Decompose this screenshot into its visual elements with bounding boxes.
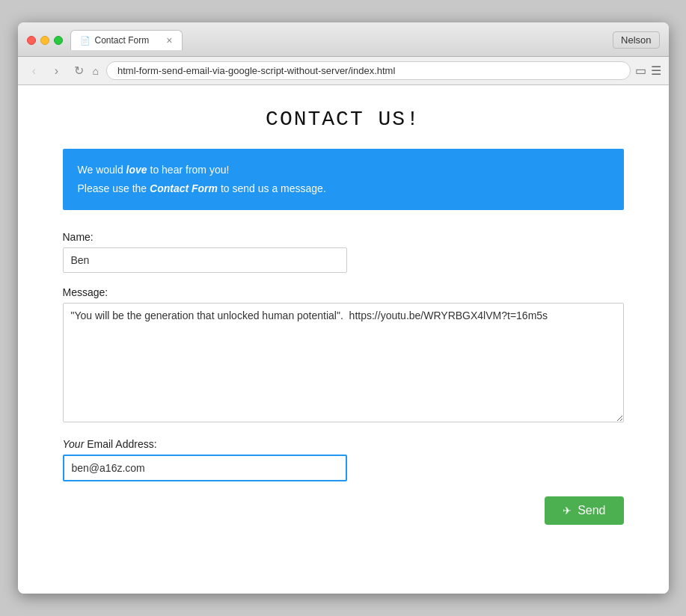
forward-button[interactable]: › bbox=[48, 62, 66, 80]
back-button[interactable]: ‹ bbox=[25, 62, 43, 80]
active-tab[interactable]: 📄 Contact Form × bbox=[70, 30, 183, 50]
banner-line1-suffix: to hear from you! bbox=[147, 164, 230, 176]
send-btn-row: ✈ Send bbox=[63, 496, 624, 525]
address-input[interactable] bbox=[106, 61, 631, 80]
email-group: Your Email Address: bbox=[63, 438, 624, 481]
home-button[interactable]: ⌂ bbox=[93, 65, 99, 77]
send-icon: ✈ bbox=[563, 505, 572, 517]
name-label: Name: bbox=[63, 231, 624, 243]
email-label: Your Email Address: bbox=[63, 438, 624, 450]
minimize-button[interactable] bbox=[40, 36, 49, 45]
banner-line2-strong: Contact Form bbox=[150, 182, 218, 194]
message-label: Message: bbox=[63, 286, 624, 298]
message-group: Message: "You will be the generation tha… bbox=[63, 286, 624, 425]
browser-window: 📄 Contact Form × Nelson ‹ › ↻ ⌂ ▭ ☰ CONT… bbox=[18, 22, 669, 594]
tab-icon: 📄 bbox=[80, 36, 91, 46]
name-input[interactable] bbox=[63, 247, 347, 273]
menu-button[interactable]: ☰ bbox=[651, 64, 661, 78]
page-title: CONTACT US! bbox=[63, 108, 624, 131]
banner-line1-em: love bbox=[126, 164, 147, 176]
name-group: Name: bbox=[63, 231, 624, 273]
email-label-suffix: Email Address: bbox=[84, 438, 156, 450]
reload-button[interactable]: ↻ bbox=[70, 62, 88, 80]
title-bar: 📄 Contact Form × Nelson bbox=[18, 22, 669, 57]
address-bar-row: ‹ › ↻ ⌂ ▭ ☰ bbox=[18, 57, 669, 85]
send-button[interactable]: ✈ Send bbox=[545, 496, 623, 525]
banner-line2: Please use the Contact Form to send us a… bbox=[78, 179, 609, 198]
tabs-area: 📄 Contact Form × bbox=[70, 30, 613, 50]
email-input[interactable] bbox=[63, 455, 347, 481]
info-banner: We would love to hear from you! Please u… bbox=[63, 149, 624, 210]
profile-button[interactable]: Nelson bbox=[613, 31, 659, 49]
banner-line1: We would love to hear from you! bbox=[78, 161, 609, 179]
email-label-em: Your bbox=[63, 438, 85, 450]
cast-button[interactable]: ▭ bbox=[635, 64, 646, 78]
tab-close-button[interactable]: × bbox=[166, 34, 172, 46]
maximize-button[interactable] bbox=[54, 36, 63, 45]
traffic-lights bbox=[27, 36, 63, 45]
page-content: CONTACT US! We would love to hear from y… bbox=[18, 85, 669, 594]
tab-label: Contact Form bbox=[95, 35, 161, 46]
banner-line2-suffix: to send us a message. bbox=[218, 182, 326, 194]
message-textarea[interactable]: "You will be the generation that unlocke… bbox=[63, 303, 624, 422]
banner-line2-prefix: Please use the bbox=[78, 182, 150, 194]
banner-line1-prefix: We would bbox=[78, 164, 126, 176]
send-label: Send bbox=[578, 504, 605, 517]
close-button[interactable] bbox=[27, 36, 36, 45]
new-tab-button[interactable] bbox=[186, 34, 206, 50]
